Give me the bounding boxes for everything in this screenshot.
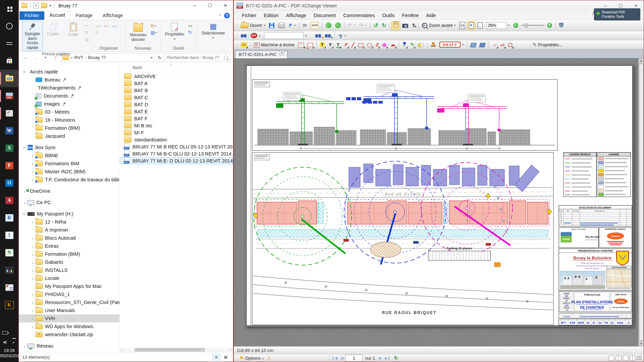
tree-item[interactable]: ›INSTALLS — [19, 266, 119, 274]
tab-close-icon[interactable]: ✕ — [279, 51, 284, 55]
file-row[interactable]: BRUAY 77 Mi E- D DLU 02-12-13 REVIT 2014… — [120, 157, 233, 164]
close-button[interactable]: ✕ — [218, 0, 233, 11]
scrollbar-thumb[interactable] — [639, 64, 643, 341]
expander-chevron[interactable]: › — [21, 343, 28, 349]
rotate-cw-icon[interactable] — [380, 21, 388, 30]
expander-chevron[interactable]: › — [30, 243, 36, 249]
ask-search-button[interactable]: Ask▾ — [249, 31, 262, 40]
menu-commentaires[interactable]: Commentaires — [340, 12, 378, 19]
ellipse-tool[interactable] — [365, 40, 374, 49]
new-folder-quick-icon[interactable] — [41, 3, 47, 8]
export-icon[interactable]: ▾ — [287, 21, 298, 30]
tree-item[interactable]: A Imprimer — [19, 226, 119, 234]
file-row[interactable]: BAT D — [120, 101, 233, 108]
expander-chevron[interactable]: › — [30, 292, 36, 297]
expander-chevron[interactable]: › — [30, 259, 36, 265]
tree-item[interactable]: ›T.P. Conducteur de travaux du bâtiment — [19, 176, 119, 184]
tree-item[interactable]: ›Locale — [19, 274, 119, 282]
help-button[interactable]: ? — [224, 13, 230, 18]
slider-knob[interactable] — [525, 23, 528, 28]
inventor-icon[interactable]: I — [0, 227, 18, 244]
file-row[interactable]: BAT B — [120, 87, 233, 94]
two-page-layout-icon[interactable] — [616, 355, 621, 361]
wifi-icon[interactable] — [9, 339, 18, 345]
page-number-input[interactable] — [345, 355, 363, 361]
search-icon[interactable] — [239, 31, 249, 40]
forward-icon[interactable] — [333, 21, 342, 30]
task-view-button[interactable] — [0, 35, 18, 52]
refresh-button[interactable]: ↻ — [156, 53, 164, 62]
document-area[interactable]: RUE DE SAVOIE — [234, 58, 644, 346]
collapse-ribbon-chevron[interactable]: ^ — [219, 13, 221, 18]
search-input[interactable]: ▾ — [262, 31, 308, 40]
delete-button[interactable]: ✕▾ — [103, 23, 110, 29]
scrollbar-thumb[interactable] — [135, 348, 205, 352]
file-row[interactable]: MI F — [120, 129, 233, 136]
document-vertical-scrollbar[interactable]: ▲ ▼ — [638, 58, 644, 346]
next-page-button[interactable]: ▶ — [378, 356, 383, 360]
zoom-level-input[interactable]: ▾ — [485, 21, 511, 30]
rename-button[interactable]: ✎ — [94, 30, 100, 36]
search-next-icon[interactable] — [323, 31, 333, 40]
cloud-tool[interactable] — [389, 40, 397, 49]
snipping-tool-icon[interactable] — [0, 105, 18, 122]
line-tool[interactable] — [350, 40, 356, 49]
qat-customize-caret[interactable]: ▾ — [50, 4, 51, 7]
volume-icon[interactable] — [1, 339, 9, 345]
scroll-right-arrow[interactable]: › — [228, 348, 233, 352]
redo-icon[interactable]: ▾ — [357, 21, 368, 30]
security-icon[interactable] — [557, 21, 565, 30]
outlook-icon[interactable]: O — [0, 174, 18, 192]
expander-chevron[interactable]: › — [22, 211, 28, 217]
bimsight-icon[interactable] — [0, 279, 18, 296]
tree-item[interactable]: ›User Manuals — [19, 306, 119, 314]
details-view-button[interactable]: ≣ — [212, 353, 220, 361]
sticky-note-tool[interactable] — [239, 40, 249, 49]
tree-item[interactable]: Documents — [19, 92, 119, 100]
expander-chevron[interactable]: › — [22, 144, 28, 150]
tab-partage[interactable]: Partage — [70, 11, 98, 20]
highlight-text-tool[interactable] — [318, 40, 326, 49]
file-row[interactable]: BAT F — [120, 115, 233, 122]
expander-chevron[interactable]: › — [30, 251, 36, 257]
mail-icon[interactable] — [301, 21, 309, 30]
word-icon[interactable]: W — [0, 122, 18, 139]
horizontal-scrollbar[interactable]: ‹ › — [120, 348, 233, 352]
draft-stamp[interactable]: DRAFT▾ — [438, 40, 465, 49]
cut-button[interactable]: ✂ — [84, 23, 90, 28]
tree-item[interactable]: ›Formations BIM — [19, 160, 119, 168]
tree-item[interactable]: ›Master IN2C (BIM) — [19, 168, 119, 176]
tree-item[interactable]: ›Réseau — [19, 342, 119, 350]
tree-item[interactable]: Formation (BIM) — [19, 124, 119, 132]
new-item-button[interactable]: ⧉▾ — [150, 23, 158, 29]
tree-item[interactable]: wetransfer-19a3a8.zip — [19, 330, 119, 339]
continuous-layout-icon[interactable] — [623, 355, 628, 361]
typewriter-tool[interactable]: Machine à écrire — [252, 40, 296, 49]
vision-icon[interactable] — [0, 261, 18, 279]
zoom-slider[interactable] — [521, 25, 544, 26]
tab-affichage[interactable]: Affichage — [98, 11, 128, 20]
tree-item[interactable]: ›Ce PC — [19, 198, 119, 206]
menu-edition[interactable]: Edition — [261, 12, 282, 19]
measure-area-tool[interactable] — [499, 40, 506, 49]
zoom-in-tool[interactable]: Zoom avant▾ — [420, 21, 457, 30]
callout-tool[interactable] — [306, 40, 315, 49]
menu-fenêtre[interactable]: Fenêtre — [399, 12, 422, 19]
text-box-tool[interactable] — [297, 40, 306, 49]
address-dropdown-caret[interactable]: ▾ — [151, 55, 153, 60]
open-button[interactable]: Ouvrir▾ — [239, 21, 267, 30]
tab-accueil[interactable]: Accueil — [44, 11, 71, 20]
save-icon[interactable] — [267, 21, 276, 30]
k-app-icon[interactable]: K — [0, 296, 18, 314]
move-to-button[interactable]: ➜▾ — [94, 23, 102, 29]
battery-icon[interactable] — [1, 330, 9, 336]
expander-chevron[interactable]: › — [30, 235, 36, 241]
expander-chevron[interactable]: › — [30, 300, 36, 305]
options-button[interactable]: Options ▾ — [245, 356, 264, 361]
properties-button[interactable]: Propriétés ▾ — [163, 21, 186, 41]
download-pdf-tools-badge[interactable]: Download PDF Creation Tools — [594, 8, 640, 20]
tree-item[interactable]: ›Blocs Autocad — [19, 234, 119, 242]
tree-item[interactable]: ›Accès rapide — [19, 68, 119, 76]
thumbnails-view-button[interactable]: ▦ — [222, 353, 230, 361]
measure-perimeter-tool[interactable] — [506, 40, 514, 49]
